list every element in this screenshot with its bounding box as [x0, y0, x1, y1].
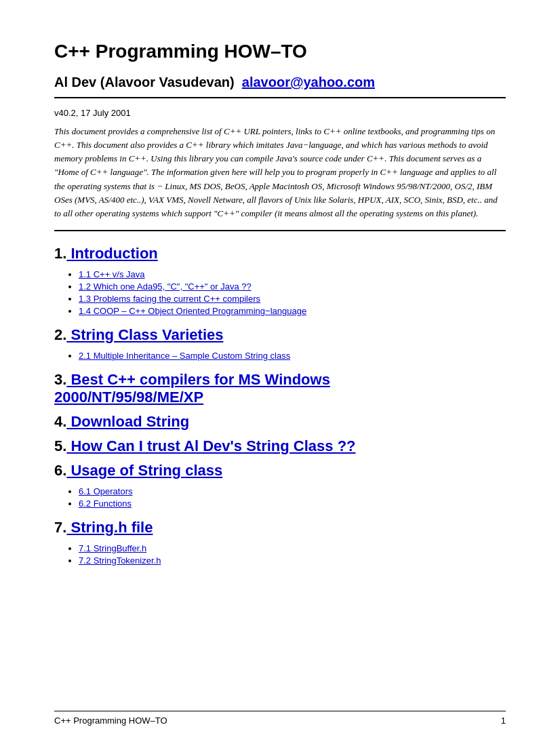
section-1-heading: 1. Introduction: [54, 245, 506, 262]
page-footer: C++ Programming HOW–TO 1: [54, 711, 506, 726]
section-1-num: 1.: [54, 245, 66, 262]
list-item: 1.4 COOP – C++ Object Oriented Programmi…: [79, 306, 506, 317]
page-container: C++ Programming HOW–TO Al Dev (Alavoor V…: [0, 0, 560, 746]
list-item: 7.2 StringTokenizer.h: [79, 555, 506, 566]
section-5-num: 5.: [54, 437, 66, 454]
subsection-7-1-link[interactable]: 7.1 StringBuffer.h: [79, 543, 146, 553]
section-7: 7. String.h file 7.1 StringBuffer.h 7.2 …: [54, 519, 506, 566]
section-3-num: 3.: [54, 371, 66, 388]
section-5-heading: 5. How Can I trust Al Dev's String Class…: [54, 437, 506, 455]
section-7-sublist: 7.1 StringBuffer.h 7.2 StringTokenizer.h: [79, 543, 506, 566]
subsection-6-2-link[interactable]: 6.2 Functions: [79, 498, 132, 509]
section-6-heading: 6. Usage of String class: [54, 462, 506, 479]
footer-left: C++ Programming HOW–TO: [54, 715, 167, 726]
author-email-link[interactable]: alavoor@yahoo.com: [242, 75, 375, 90]
subsection-2-1-link[interactable]: 2.1 Multiple Inheritance – Sample Custom…: [79, 351, 290, 361]
subsection-1-4-link[interactable]: 1.4 COOP – C++ Object Oriented Programmi…: [79, 306, 306, 316]
subsection-1-2-link[interactable]: 1.2 Which one Ada95, "C", "C++" or Java …: [79, 281, 252, 292]
section-6: 6. Usage of String class 6.1 Operators 6…: [54, 462, 506, 509]
section-2: 2. String Class Varieties 2.1 Multiple I…: [54, 326, 506, 361]
section-4-heading: 4. Download String: [54, 413, 506, 431]
section-7-heading: 7. String.h file: [54, 519, 506, 536]
section-6-link[interactable]: Usage of String class: [66, 462, 222, 479]
section-6-num: 6.: [54, 462, 66, 479]
section-4-num: 4.: [54, 413, 66, 430]
section-2-heading: 2. String Class Varieties: [54, 326, 506, 344]
section-1-sublist: 1.1 C++ v/s Java 1.2 Which one Ada95, "C…: [79, 269, 506, 317]
section-3: 3. Best C++ compilers for MS Windows2000…: [54, 371, 506, 406]
section-2-num: 2.: [54, 326, 66, 343]
list-item: 1.2 Which one Ada95, "C", "C++" or Java …: [79, 281, 506, 292]
main-title: C++ Programming HOW–TO: [54, 41, 506, 62]
list-item: 1.3 Problems facing the current C++ comp…: [79, 294, 506, 305]
section-7-link[interactable]: String.h file: [66, 519, 153, 536]
footer-right: 1: [501, 715, 506, 726]
list-item: 6.1 Operators: [79, 486, 506, 497]
section-2-link[interactable]: String Class Varieties: [66, 326, 223, 343]
section-1: 1. Introduction 1.1 C++ v/s Java 1.2 Whi…: [54, 245, 506, 317]
version-line: v40.2, 17 July 2001: [54, 108, 506, 118]
subsection-1-1-link[interactable]: 1.1 C++ v/s Java: [79, 269, 145, 279]
section-3-heading: 3. Best C++ compilers for MS Windows2000…: [54, 371, 506, 406]
section-1-link[interactable]: Introduction: [66, 245, 157, 262]
section-4-link[interactable]: Download String: [66, 413, 189, 430]
abstract-divider: [54, 230, 506, 231]
subsection-7-2-link[interactable]: 7.2 StringTokenizer.h: [79, 555, 161, 566]
list-item: 1.1 C++ v/s Java: [79, 269, 506, 280]
section-5-link[interactable]: How Can I trust Al Dev's String Class ??: [66, 437, 355, 454]
subsection-6-1-link[interactable]: 6.1 Operators: [79, 486, 133, 496]
list-item: 7.1 StringBuffer.h: [79, 543, 506, 554]
title-divider: [54, 97, 506, 98]
subsection-1-3-link[interactable]: 1.3 Problems facing the current C++ comp…: [79, 294, 260, 304]
author-line: Al Dev (Alavoor Vasudevan) alavoor@yahoo…: [54, 75, 506, 90]
section-2-sublist: 2.1 Multiple Inheritance – Sample Custom…: [79, 351, 506, 361]
abstract-text: This document provides a comprehensive l…: [54, 125, 506, 220]
section-7-num: 7.: [54, 519, 66, 536]
list-item: 2.1 Multiple Inheritance – Sample Custom…: [79, 351, 506, 361]
list-item: 6.2 Functions: [79, 498, 506, 509]
section-6-sublist: 6.1 Operators 6.2 Functions: [79, 486, 506, 509]
section-5: 5. How Can I trust Al Dev's String Class…: [54, 437, 506, 455]
section-4: 4. Download String: [54, 413, 506, 431]
section-3-link[interactable]: Best C++ compilers for MS Windows2000/NT…: [54, 371, 330, 406]
author-name: Al Dev (Alavoor Vasudevan): [54, 75, 235, 90]
